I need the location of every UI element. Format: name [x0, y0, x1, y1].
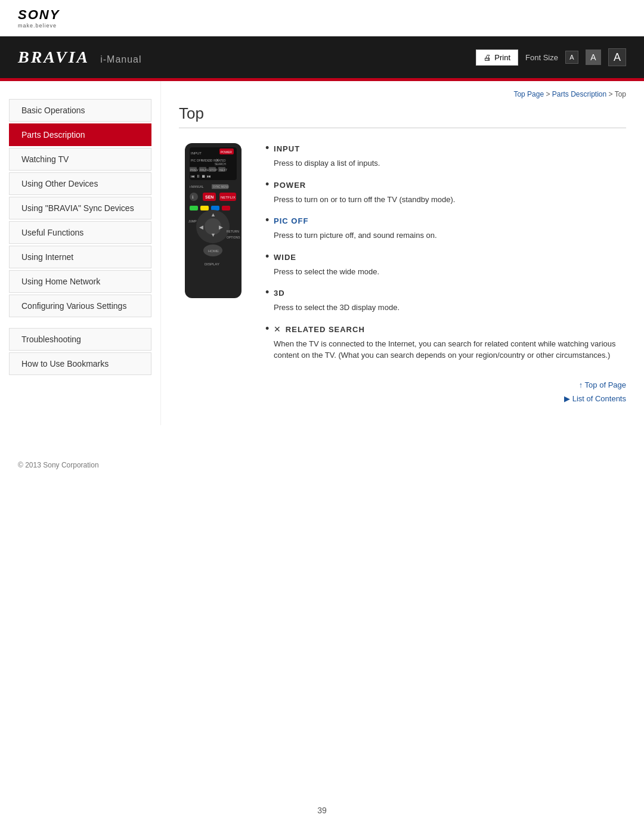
header-bar: BRAVIA i-Manual 🖨 Print Font Size A A A [0, 36, 644, 78]
remote-svg: INPUT POWER RELATED SEARCH PIC OFF WIDE … [179, 140, 247, 301]
feature-desc-power: Press to turn on or to turn off the TV (… [274, 194, 626, 206]
sidebar-item-watching-tv[interactable]: Watching TV [9, 148, 151, 171]
feature-pic-off: • PIC OFF Press to turn picture off, and… [265, 212, 626, 241]
svg-rect-32 [222, 206, 230, 210]
svg-text:JUMP: JUMP [188, 219, 197, 223]
content-area: Top Page > Parts Description > Top Top I… [161, 81, 644, 425]
sidebar-item-troubleshooting[interactable]: Troubleshooting [9, 328, 151, 351]
bullet-pic-off: • [265, 214, 269, 226]
feature-name-related-search: RELATED SEARCH [286, 325, 365, 334]
feature-wide: • WIDE Press to select the wide mode. [265, 249, 626, 278]
svg-text:OPTIONS: OPTIONS [227, 236, 240, 239]
breadcrumb-top-page[interactable]: Top Page [513, 90, 544, 98]
sidebar-item-parts-description[interactable]: Parts Description [9, 123, 151, 146]
sidebar-item-using-internet[interactable]: Using Internet [9, 246, 151, 268]
svg-text:⏮ ⏸ ⏹ ⏭: ⏮ ⏸ ⏹ ⏭ [191, 174, 211, 178]
feature-desc-3d: Press to select the 3D display mode. [274, 302, 626, 314]
sony-logo: SONY [18, 7, 626, 23]
print-label: Print [494, 53, 510, 62]
feature-related-search: • ✕ RELATED SEARCH When the TV is connec… [265, 321, 626, 361]
svg-text:3D: 3D [209, 159, 213, 162]
feature-name-input: INPUT [274, 144, 300, 153]
svg-text:ℹ: ℹ [192, 195, 194, 199]
svg-text:POWER: POWER [221, 150, 232, 154]
svg-text:PIC OFF: PIC OFF [191, 159, 203, 162]
imanual-subtitle: i-Manual [100, 54, 141, 65]
sony-header: SONY make.believe [0, 0, 644, 36]
sidebar-item-basic-operations[interactable]: Basic Operations [9, 99, 151, 122]
sony-tagline: make.believe [18, 23, 626, 29]
remote-image: INPUT POWER RELATED SEARCH PIC OFF WIDE … [179, 140, 250, 407]
breadcrumb-sep1: > [544, 90, 552, 98]
svg-text:SYNC MENU: SYNC MENU [213, 185, 229, 188]
feature-input: • INPUT Press to display a list of input… [265, 140, 626, 169]
print-icon: 🖨 [484, 53, 491, 62]
svg-text:RETURN: RETURN [227, 230, 239, 233]
breadcrumb-parts-description[interactable]: Parts Description [552, 90, 606, 98]
svg-text:NEXT: NEXT [219, 168, 227, 172]
page-title: Top [179, 104, 626, 128]
feature-power: • POWER Press to turn on or to turn off … [265, 176, 626, 206]
feature-desc-pic-off: Press to turn picture off, and sound rem… [274, 230, 626, 241]
sidebar-item-useful-functions[interactable]: Useful Functions [9, 221, 151, 244]
bullet-power: • [265, 178, 269, 190]
svg-text:▲: ▲ [210, 212, 216, 218]
sidebar-item-bookmarks[interactable]: How to Use Bookmarks [9, 352, 151, 375]
sidebar-item-bravia-sync[interactable]: Using "BRAVIA" Sync Devices [9, 197, 151, 219]
feature-desc-input: Press to display a list of inputs. [274, 157, 626, 169]
sidebar-item-home-network[interactable]: Using Home Network [9, 270, 151, 293]
svg-text:◀: ◀ [199, 224, 203, 230]
bullet-wide: • [265, 250, 269, 262]
copyright: © 2013 Sony Corporation [18, 461, 99, 469]
features-list: • INPUT Press to display a list of input… [265, 140, 626, 407]
feature-3d: • 3D Press to select the 3D display mode… [265, 284, 626, 314]
breadcrumb-current: Top [615, 90, 626, 98]
print-button[interactable]: 🖨 Print [476, 49, 518, 66]
page-footer: © 2013 Sony Corporation [0, 449, 644, 487]
feature-desc-related-search: When the TV is connected to the Internet… [274, 338, 626, 361]
sidebar-item-using-other-devices[interactable]: Using Other Devices [9, 172, 151, 195]
svg-text:SEARCH: SEARCH [215, 163, 226, 166]
sidebar: Basic Operations Parts Description Watch… [0, 81, 161, 425]
bravia-logo: BRAVIA i-Manual [18, 48, 142, 67]
breadcrumb: Top Page > Parts Description > Top [179, 90, 626, 98]
feature-name-power: POWER [274, 181, 306, 190]
bravia-title: BRAVIA [18, 48, 89, 67]
breadcrumb-sep2: > [606, 90, 614, 98]
svg-text:SEN: SEN [205, 195, 213, 199]
main-layout: Basic Operations Parts Description Watch… [0, 81, 644, 425]
svg-rect-29 [190, 206, 198, 210]
feature-name-pic-off: PIC OFF [274, 216, 308, 225]
header-controls: 🖨 Print Font Size A A A [476, 48, 626, 66]
svg-rect-31 [211, 206, 219, 210]
list-of-contents-link[interactable]: ▶ List of Contents [265, 393, 626, 405]
font-small-button[interactable]: A [565, 51, 578, 64]
svg-text:INPUT: INPUT [191, 151, 202, 155]
svg-text:HOME: HOME [208, 249, 219, 253]
svg-text:PREV: PREV [190, 168, 199, 172]
bullet-related-search: • [265, 323, 269, 335]
footer-links: ↑ Top of Page ▶ List of Contents [265, 379, 626, 405]
bullet-3d: • [265, 286, 269, 298]
bullet-input: • [265, 142, 269, 154]
feature-desc-wide: Press to select the wide mode. [274, 266, 626, 278]
content-body: INPUT POWER RELATED SEARCH PIC OFF WIDE … [179, 140, 626, 407]
svg-point-23 [190, 193, 198, 201]
svg-text:i-MANUAL: i-MANUAL [190, 185, 204, 188]
svg-text:NETFLIX: NETFLIX [221, 196, 236, 199]
svg-text:DISPLAY: DISPLAY [205, 262, 219, 266]
related-search-icon: ✕ [274, 324, 281, 334]
svg-text:STOP: STOP [209, 168, 218, 172]
svg-text:▶: ▶ [219, 224, 223, 230]
feature-name-3d: 3D [274, 289, 285, 298]
svg-text:✕: ✕ [216, 158, 219, 162]
svg-rect-30 [200, 206, 209, 210]
page-number: 39 [0, 806, 644, 815]
svg-text:▼: ▼ [210, 232, 216, 238]
font-size-label: Font Size [525, 53, 558, 62]
font-medium-button[interactable]: A [586, 49, 601, 65]
sidebar-item-configuring[interactable]: Configuring Various Settings [9, 295, 151, 317]
font-large-button[interactable]: A [608, 48, 626, 66]
top-of-page-link[interactable]: ↑ Top of Page [265, 379, 626, 391]
svg-text:PAUSE: PAUSE [200, 168, 210, 172]
